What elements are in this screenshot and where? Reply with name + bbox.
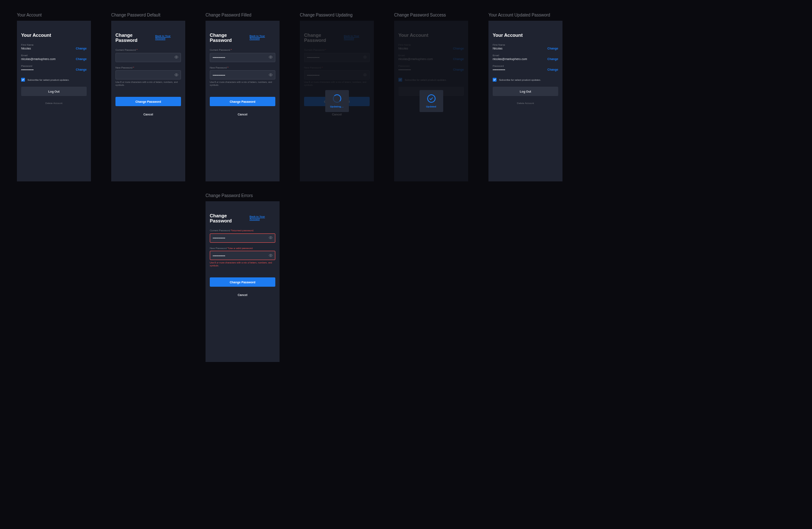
svg-point-2 (270, 57, 272, 58)
subscribe-label: Subscribe for select product updates. (27, 79, 69, 81)
change-email-link[interactable]: Change (547, 58, 558, 60)
updating-label: Updating… (330, 105, 344, 108)
change-email-link[interactable]: Change (76, 58, 87, 60)
new-password-label: New Password * (115, 66, 181, 69)
current-password-input[interactable] (210, 233, 275, 243)
col-cp-default: Change Password Default Change Password … (111, 13, 185, 362)
subscribe-checkbox[interactable] (21, 78, 25, 82)
field-password: Password •••••••••••• Change (493, 65, 558, 71)
col-title: Change Password Default (111, 13, 185, 17)
back-link[interactable]: Back to Your Account (155, 35, 181, 40)
password-hint: Use 8 or more characters with a mix of l… (210, 81, 275, 87)
logout-button[interactable]: Log Out (21, 87, 87, 96)
updated-card: Updated (420, 90, 443, 112)
page-title: Change Password (115, 33, 155, 43)
change-password-button[interactable]: Change Password (210, 277, 275, 287)
first-name-value: Nicolas (493, 47, 502, 50)
svg-point-4 (270, 237, 272, 238)
col-title: Change Password Updating (300, 13, 374, 17)
panel-cp-success: Your Account First Name Nicolas Change E… (394, 21, 468, 181)
new-password-label: New Password *Use a valid password. (210, 247, 275, 249)
col-account-updated: Your Account Updated Password Your Accou… (488, 13, 562, 362)
password-hint: Use 8 or more characters with a mix of l… (210, 261, 275, 267)
cancel-button[interactable]: Cancel (115, 110, 181, 119)
panel-account-updated: Your Account First Name Nicolas Change E… (488, 21, 562, 181)
field-email: Email nicolas@markuphero.com Change (493, 54, 558, 60)
change-password-button[interactable]: Change Password (115, 97, 181, 106)
current-password-label: Current Password * (115, 49, 181, 51)
new-password-input[interactable] (210, 70, 275, 79)
delete-account-link[interactable]: Delete Account (493, 102, 558, 104)
col-title: Your Account (17, 13, 91, 17)
field-first-name: First Name Nicolas Change (21, 44, 87, 50)
field-new-password: New Password * Use 8 or more characters … (210, 66, 275, 87)
delete-account-link[interactable]: Delete Account (21, 102, 87, 104)
field-email: Email nicolas@markuphero.com Change (21, 54, 87, 60)
current-password-input[interactable] (210, 53, 275, 62)
change-first-name-link[interactable]: Change (547, 47, 558, 50)
eye-icon[interactable] (269, 236, 273, 240)
change-password-button[interactable]: Change Password (210, 97, 275, 106)
page-title: Change Password (210, 213, 250, 223)
page-title: Your Account (21, 33, 51, 38)
eye-icon[interactable] (174, 55, 178, 59)
email-label: Email (21, 54, 87, 57)
new-password-input[interactable] (115, 70, 181, 79)
updating-overlay: Updating… (300, 21, 374, 181)
new-password-input[interactable] (210, 251, 275, 260)
panel-cp-updating: Change Password Back to Your Account Cur… (300, 21, 374, 181)
page-title: Change Password (210, 33, 250, 43)
svg-point-0 (176, 57, 177, 58)
cancel-button[interactable]: Cancel (210, 110, 275, 119)
current-password-input[interactable] (115, 53, 181, 62)
panel-your-account: Your Account First Name Nicolas Change E… (17, 21, 91, 181)
change-first-name-link[interactable]: Change (76, 47, 87, 50)
eye-icon[interactable] (269, 55, 273, 59)
new-password-label: New Password * (210, 66, 275, 69)
col-your-account: Your Account Your Account First Name Nic… (17, 13, 91, 362)
eye-icon[interactable] (174, 73, 178, 77)
password-mask: •••••••••••• (21, 68, 33, 71)
back-link[interactable]: Back to Your Account (250, 35, 275, 40)
password-hint: Use 8 or more characters with a mix of l… (115, 81, 181, 87)
panel-cp-default: Change Password Back to Your Account Cur… (111, 21, 185, 181)
artboard-gallery: Your Account Your Account First Name Nic… (17, 13, 795, 362)
col-title: Change Password Filled (206, 13, 280, 17)
subscribe-checkbox[interactable] (493, 78, 497, 82)
col-cp-success: Change Password Success Your Account Fir… (394, 13, 468, 362)
logout-button[interactable]: Log Out (493, 87, 558, 96)
field-current-password: Current Password * (210, 49, 275, 62)
change-password-link[interactable]: Change (76, 68, 87, 71)
subscribe-label: Subscribe for select product updates. (499, 79, 541, 81)
check-circle-icon (427, 94, 436, 103)
col-cp-filled: Change Password Filled Change Password B… (206, 13, 280, 362)
panel-cp-errors: Change Password Back to Your Account Cur… (206, 201, 280, 362)
subscribe-row: Subscribe for select product updates. (21, 78, 87, 82)
email-label: Email (493, 54, 558, 57)
change-password-link[interactable]: Change (547, 68, 558, 71)
col-cp-updating: Change Password Updating Change Password… (300, 13, 374, 362)
password-label: Password (21, 65, 87, 67)
password-mask: •••••••••••• (493, 68, 505, 71)
field-current-password: Current Password *Incorrect password. (210, 229, 275, 243)
panel-cp-filled: Change Password Back to Your Account Cur… (206, 21, 280, 181)
current-password-label: Current Password *Incorrect password. (210, 229, 275, 232)
field-current-password: Current Password * (115, 49, 181, 62)
svg-point-5 (270, 255, 272, 256)
back-link[interactable]: Back to Your Account (250, 215, 275, 220)
field-password: Password •••••••••••• Change (21, 65, 87, 71)
spinner-icon (333, 94, 341, 103)
updated-label: Updated (426, 105, 436, 108)
cancel-button[interactable]: Cancel (210, 290, 275, 299)
field-new-password: New Password *Use a valid password. Use … (210, 247, 275, 268)
first-name-label: First Name (21, 44, 87, 46)
password-label: Password (493, 65, 558, 67)
email-value: nicolas@markuphero.com (493, 58, 527, 60)
eye-icon[interactable] (269, 73, 273, 77)
col-title: Change Password Success (394, 13, 468, 17)
col-title: Change Password Errors (206, 193, 280, 198)
first-name-label: First Name (493, 44, 558, 46)
eye-icon[interactable] (269, 253, 273, 258)
page-title: Your Account (493, 33, 523, 38)
email-value: nicolas@markuphero.com (21, 58, 55, 60)
